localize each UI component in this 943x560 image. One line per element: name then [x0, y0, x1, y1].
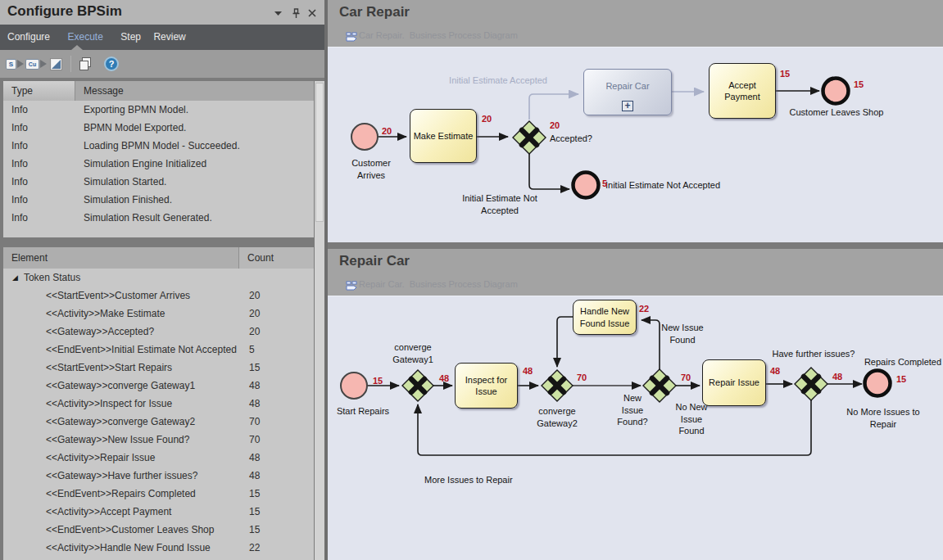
gateway-have-further-issues[interactable] [795, 368, 827, 400]
flow-label-no-more-issues: No More Issues to Repair [826, 406, 941, 430]
results-col-element[interactable]: Element [3, 247, 239, 269]
token-count: 20 [382, 126, 392, 136]
results-col-count[interactable]: Count [239, 247, 314, 269]
log-row[interactable]: InfoSimulation Finished. [3, 191, 314, 209]
task-inspect-for-issue[interactable]: Inspect for Issue [455, 363, 518, 409]
appearance-button[interactable] [51, 56, 61, 71]
run-custom-simulation-button[interactable]: Cu [25, 56, 47, 71]
subprocess-label: Repair Car [584, 81, 671, 91]
group-label: Token Status [24, 269, 80, 287]
label-start-repairs: Start Repairs [330, 405, 396, 418]
help-button[interactable]: ? [104, 56, 119, 71]
tab-step[interactable]: Step [120, 25, 141, 50]
gateway-converge-2[interactable] [542, 370, 573, 401]
table-row[interactable]: <<Activity>>Make Estimate20 [3, 305, 314, 323]
run-simulation-button[interactable]: S [6, 56, 24, 71]
diagram-subtitle: Car Repair. Business Process Diagram [359, 30, 518, 40]
custom-arrow-icon [40, 60, 47, 68]
flow-label-initial-estimate-accepted: Initial Estimate Accepted [433, 75, 564, 87]
flow-label-initial-estimate-not-accepted: Initial Estimate Not Accepted [451, 192, 549, 216]
token-count: 5 [602, 178, 607, 188]
start-event-customer-arrives[interactable] [351, 124, 378, 150]
table-row[interactable]: <<Gateway>>Accepted?20 [3, 323, 314, 341]
label-initial-estimate-not-accepted: Initial Estimate Not Accepted [605, 179, 720, 192]
table-row[interactable]: <<StartEvent>>Start Repairs15 [3, 359, 314, 377]
log-row[interactable]: InfoExporting BPMN Model. [3, 101, 314, 119]
task-handle-new-found-issue[interactable]: Handle New Found Issue [573, 300, 637, 335]
table-row[interactable]: <<Gateway>>converge Gateway270 [3, 413, 314, 431]
log-table-header: Type Message [3, 81, 314, 101]
table-row[interactable]: <<Activity>>Accept Payment15 [3, 503, 314, 521]
panel-title: Configure BPSim [7, 3, 122, 20]
token-count: 15 [373, 376, 383, 386]
pane-splitter[interactable] [328, 242, 943, 249]
subprocess-repair-car[interactable]: Repair Car + [583, 69, 672, 115]
car-repair-diagram: Make Estimate Repair Car + Accept Paymen… [328, 47, 943, 242]
token-count: 20 [482, 114, 492, 124]
log-row[interactable]: InfoBPMN Model Exported. [3, 119, 314, 137]
start-event-start-repairs[interactable] [341, 373, 367, 399]
flow-label-new-issue-found: New Issue Found [654, 322, 711, 345]
label-new-issue-found-gw: New Issue Found? [600, 392, 665, 428]
token-count: 48 [439, 373, 449, 383]
dropdown-icon[interactable] [272, 7, 283, 19]
simulation-log-table: Type Message InfoExporting BPMN Model. I… [3, 81, 314, 237]
copy-icon [79, 57, 92, 70]
label-accepted: Accepted? [550, 133, 592, 145]
appearance-icon [51, 59, 61, 70]
table-row[interactable]: <<Gateway>>Have further issues?48 [3, 467, 314, 485]
table-row[interactable]: <<Gateway>>converge Gateway148 [3, 377, 314, 395]
table-row[interactable]: <<Gateway>>New Issue Found?70 [3, 431, 314, 449]
token-count: 15 [896, 374, 906, 384]
table-row[interactable]: <<Activity>>Handle New Found Issue22 [3, 539, 314, 557]
table-row[interactable]: <<Activity>>Inspect for Issue48 [3, 395, 314, 413]
label-converge-gateway2: converge Gateway2 [525, 405, 589, 429]
table-row[interactable]: <<EndEvent>>Initial Estimate Not Accepte… [3, 341, 314, 359]
table-row[interactable]: <<Activity>>Repair Issue48 [3, 449, 314, 467]
table-row[interactable]: <<StartEvent>>Customer Arrives20 [3, 287, 314, 305]
scrollbar-thumb[interactable] [315, 83, 324, 222]
tab-review[interactable]: Review [153, 25, 185, 50]
end-event-initial-estimate-not-accepted[interactable] [574, 173, 599, 198]
copy-results-button[interactable] [79, 56, 92, 71]
close-icon[interactable] [306, 7, 318, 19]
token-status-group-row[interactable]: ◢ Token Status [3, 269, 314, 287]
token-count: 20 [550, 120, 560, 130]
token-count: 70 [577, 373, 587, 382]
task-accept-payment[interactable]: Accept Payment [709, 63, 776, 119]
end-event-customer-leaves-shop[interactable] [823, 79, 849, 104]
diagram-icon [346, 279, 357, 294]
token-count: 48 [770, 366, 780, 376]
panel-scrollbar[interactable] [315, 81, 324, 560]
expand-icon[interactable]: + [622, 101, 633, 111]
results-table-header: Element Count [3, 247, 314, 269]
gateway-converge-1[interactable] [402, 370, 433, 401]
table-row[interactable]: <<EndEvent>>Repairs Completed15 [3, 485, 314, 503]
task-repair-issue[interactable]: Repair Issue [702, 359, 766, 406]
log-row[interactable]: InfoSimulation Started. [3, 173, 314, 191]
expander-icon[interactable]: ◢ [12, 269, 18, 287]
repair-car-diagram: Inspect for Issue Repair Issue Handle Ne… [328, 296, 943, 560]
flow-label-more-issues-to-repair: More Issues to Repair [424, 474, 513, 486]
label-customer-arrives: Customer Arrives [338, 157, 404, 181]
token-count: 22 [639, 304, 649, 314]
token-status-table: Element Count ◢ Token Status <<StartEven… [3, 247, 314, 560]
log-row[interactable]: InfoSimulation Result Generated. [3, 209, 314, 227]
configure-bpsim-window: Configure BPSim Configure Execute Step R… [0, 0, 943, 560]
log-row[interactable]: InfoLoading BPMN Model - Succeeded. [3, 137, 314, 155]
panel-titlebar: Configure BPSim [0, 0, 324, 25]
tab-configure[interactable]: Configure [7, 25, 50, 50]
panel-tabbar: Configure Execute Step Review [0, 25, 324, 50]
log-row[interactable]: InfoSimulation Engine Initialized [3, 155, 314, 173]
table-row[interactable]: <<EndEvent>>Customer Leaves Shop15 [3, 521, 314, 539]
panel-toolbar: S Cu ? [0, 50, 324, 78]
label-converge-gateway1: converge Gateway1 [381, 341, 445, 365]
page-title: Repair Car [339, 253, 410, 269]
pin-icon[interactable] [290, 7, 301, 19]
end-event-repairs-completed[interactable] [865, 371, 891, 396]
log-col-type[interactable]: Type [3, 81, 75, 101]
task-make-estimate[interactable]: Make Estimate [410, 109, 477, 163]
bpsim-panel: Configure BPSim Configure Execute Step R… [0, 0, 324, 560]
gateway-accepted[interactable] [513, 121, 546, 154]
log-col-message[interactable]: Message [75, 81, 314, 101]
